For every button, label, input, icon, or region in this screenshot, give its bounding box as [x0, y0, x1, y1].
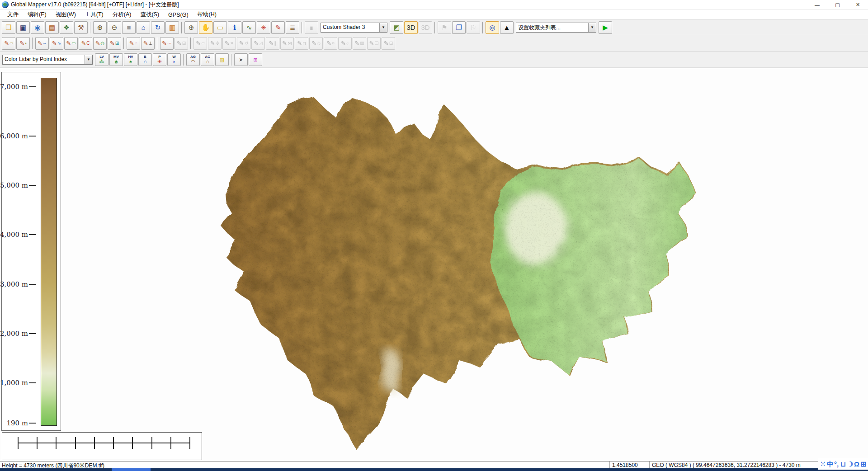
redraw-button[interactable]: ↻ — [151, 21, 165, 34]
view-shed-button[interactable]: ✳ — [257, 21, 270, 34]
vertex-tool-button[interactable]: ✎◇ — [309, 37, 323, 50]
create-range-rings-button[interactable]: ✎◎ — [93, 37, 107, 50]
full-extent-button[interactable]: ⌂ — [137, 21, 150, 34]
zoom-tool-button[interactable]: ⊕ — [184, 21, 198, 34]
measure-tool-button[interactable]: ▭ — [213, 21, 227, 34]
paste-tool-button[interactable]: ✎⊡ — [382, 37, 395, 50]
create-rectangle-button[interactable]: ✎▭ — [64, 37, 78, 50]
2d-3d-button[interactable]: 3D — [419, 21, 432, 34]
zoom-window-button[interactable]: ▥ — [165, 21, 179, 34]
smooth-tool-button[interactable]: ✎≈ — [324, 37, 337, 50]
lidar-power-button[interactable]: P✙ — [153, 53, 166, 66]
menu-view[interactable]: 视图(W) — [51, 10, 80, 19]
clipboard-icon[interactable]: ⊔ — [840, 461, 846, 467]
menu-edit[interactable]: 编辑(E) — [23, 10, 51, 19]
menu-tools[interactable]: 工具(T) — [80, 10, 108, 19]
lidar-ground-button[interactable]: AG◠ — [186, 53, 200, 66]
global-mapper-window: Global Mapper v17.0 (b092215) [64-bit] [… — [0, 0, 868, 471]
lock-views-button[interactable]: ∎ — [305, 21, 318, 34]
attribute-tool-button[interactable]: ✎▦ — [353, 37, 366, 50]
gps-target-button[interactable]: ◎ — [486, 21, 499, 34]
path-profile-button[interactable]: ∿ — [242, 21, 256, 34]
menu-search[interactable]: 查找(S) — [136, 10, 164, 19]
skin-person-icon[interactable]: Ω — [854, 461, 859, 467]
scale-tool-button[interactable]: ✎◿ — [251, 37, 265, 50]
lidar-line-button[interactable]: ✎⋯ — [160, 37, 174, 50]
minimize-button[interactable]: — — [807, 0, 827, 9]
create-cogo-button[interactable]: ✎C — [79, 37, 92, 50]
create-point-button[interactable]: ✎▪ — [16, 37, 30, 50]
lidar-building-button[interactable]: B⌂ — [138, 53, 152, 66]
split-tool-button[interactable]: ✎∥ — [266, 37, 279, 50]
3d-glasses-button[interactable]: 3D — [404, 21, 418, 34]
edit-tool-button[interactable]: ✎▱ — [193, 37, 207, 50]
save-button[interactable]: ▣ — [16, 21, 30, 34]
create-points-button[interactable]: ✎∴ — [127, 37, 140, 50]
overlay-control-button[interactable]: ≣ — [286, 21, 299, 34]
tools-button[interactable]: ⚒ — [74, 21, 88, 34]
open-button[interactable]: ❒ — [2, 21, 15, 34]
map-view[interactable]: 7,000 m6,000 m5,000 m4,000 m3,000 m2,000… — [0, 68, 868, 461]
toolbar-separator — [123, 38, 124, 49]
snap-tool-button[interactable]: ✎⊓ — [295, 37, 308, 50]
feature-info-button[interactable]: ℹ — [228, 21, 241, 34]
lidar-flag-button[interactable]: ⚐ — [467, 21, 480, 34]
close-button[interactable]: ✕ — [848, 0, 868, 9]
maximize-button[interactable]: ▢ — [827, 0, 848, 9]
create-line-button[interactable]: ✎∼ — [35, 37, 49, 50]
create-grid-button[interactable]: ✎⊞ — [108, 37, 121, 50]
flag-button[interactable]: ⚑ — [438, 21, 451, 34]
move-tool-button[interactable]: ✎✣ — [208, 37, 222, 50]
favorites-dropdown[interactable]: 设置收藏夹列表... ▼ — [516, 23, 596, 33]
pan-tool-button[interactable]: ✋ — [199, 21, 212, 34]
configuration-button[interactable]: ❖ — [60, 21, 73, 34]
menu-analysis[interactable]: 分析(A) — [108, 10, 136, 19]
zoom-in-button[interactable]: ⊕ — [93, 21, 107, 34]
create-freehand-button[interactable]: ✎∿ — [50, 37, 63, 50]
legend-tick — [29, 185, 36, 186]
web-download-button[interactable]: ◉ — [31, 21, 44, 34]
menu-file[interactable]: 文件 — [3, 10, 23, 19]
shader-dropdown[interactable]: Custom Shader 3 ▼ — [321, 23, 387, 33]
rotate-tool-button[interactable]: ✎↺ — [237, 37, 250, 50]
lidar-filter-button[interactable]: ➤ — [234, 53, 248, 66]
copy-tool-button[interactable]: ✎❏ — [367, 37, 381, 50]
lidar-color-dropdown[interactable]: Color Lidar by Point Index ▼ — [2, 55, 93, 65]
lidar-high-vegetation-button[interactable]: HV♠ — [124, 53, 137, 66]
north-arrow-button[interactable]: ▲ — [500, 21, 514, 34]
lidar-low-vegetation-button[interactable]: LV⁂ — [95, 53, 108, 66]
join-tool-button[interactable]: ✎⋈ — [280, 37, 294, 50]
dropdown-arrow-icon[interactable]: ▼ — [85, 55, 92, 64]
play-icon: ▶ — [603, 24, 608, 31]
shader-options-button[interactable]: ◩ — [390, 21, 403, 34]
create-vertical-button[interactable]: ✎⊥ — [141, 37, 155, 50]
digitizer-button[interactable]: ✎ — [271, 21, 285, 34]
run-favorite-button[interactable]: ▶ — [599, 21, 612, 34]
sogou-paw-icon[interactable]: ⁙ — [820, 461, 826, 467]
punctuation-icon[interactable]: °, — [834, 461, 839, 467]
zoom-out-button[interactable]: ⊖ — [108, 21, 121, 34]
menu-help[interactable]: 帮助(H) — [193, 10, 221, 19]
open-data-button[interactable]: ▤ — [45, 21, 59, 34]
dem-raster-sichuan[interactable] — [212, 91, 705, 459]
mesh-button[interactable]: ✎⊞ — [175, 37, 188, 50]
lidar-color-dropdown-value: Color Lidar by Point Index — [3, 55, 85, 64]
lidar-med-vegetation-button[interactable]: MV♣ — [109, 53, 123, 66]
lidar-water-button[interactable]: W◗ — [167, 53, 181, 66]
menu-gps[interactable]: GPS(G) — [164, 11, 193, 19]
toolbox-grid-icon[interactable]: ⊞ — [861, 461, 866, 467]
buffer-tool-button[interactable]: ✎◌ — [338, 37, 352, 50]
create-area-button[interactable]: ✎▱ — [2, 37, 15, 50]
dropdown-arrow-icon[interactable]: ▼ — [588, 23, 596, 32]
window-title: Global Mapper v17.0 (b092215) [64-bit] [… — [11, 1, 179, 9]
erase-tool-button[interactable]: ✎✕ — [222, 37, 236, 50]
dropdown-arrow-icon[interactable]: ▼ — [379, 23, 387, 32]
zoom-box-button[interactable]: ■ — [122, 21, 136, 34]
lidar-noise-button[interactable]: ▨ — [215, 53, 229, 66]
chinese-mode-icon[interactable]: 中 — [827, 461, 832, 467]
pencil-icon: ✎ — [81, 40, 86, 46]
3d-view-button[interactable]: ❐ — [452, 21, 466, 34]
lidar-classify-button[interactable]: AC⌂ — [201, 53, 214, 66]
half-width-moon-icon[interactable]: ☽ — [847, 461, 853, 467]
lidar-palette-button[interactable]: ⊞ — [249, 53, 262, 66]
